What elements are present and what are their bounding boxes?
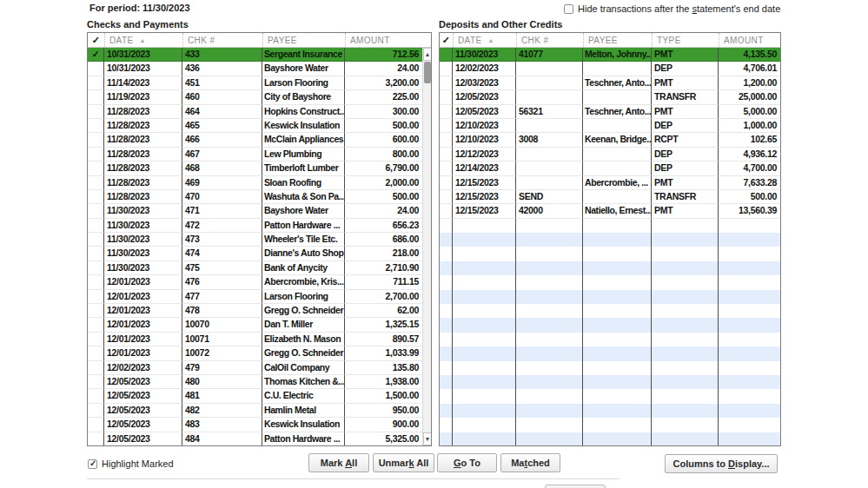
partial-button-bottom[interactable] bbox=[545, 485, 606, 488]
cell-amount: 4,700.00 bbox=[719, 162, 780, 175]
table-row[interactable]: 12/01/202310071Elizabeth N. Mason890.57 bbox=[88, 333, 431, 346]
empty-row bbox=[440, 333, 780, 346]
cell-amount: 1,200.00 bbox=[719, 76, 780, 90]
empty-cell bbox=[652, 432, 719, 446]
cell-chk: 472 bbox=[182, 219, 262, 233]
empty-cell bbox=[652, 346, 719, 360]
table-row[interactable]: 12/15/2023SENDTRANSFR500.00 bbox=[440, 190, 780, 204]
scrollbar-thumb[interactable] bbox=[424, 62, 431, 83]
cell-chk: 475 bbox=[182, 261, 262, 275]
table-row[interactable]: 12/05/2023480Thomas Kitchen &...1,938.00 bbox=[88, 375, 431, 389]
cell-chk bbox=[516, 148, 583, 162]
columns-to-display-button[interactable]: Columns to Display... bbox=[665, 454, 778, 473]
table-row[interactable]: 12/12/2023DEP4,936.12 bbox=[440, 148, 780, 162]
cell-chk: 41077 bbox=[516, 48, 583, 62]
cell-check bbox=[440, 190, 453, 204]
empty-cell bbox=[453, 361, 516, 375]
table-row[interactable]: 11/28/2023468Timberloft Lumber6,790.00 bbox=[88, 162, 431, 175]
hide-transactions-checkbox-box[interactable] bbox=[564, 4, 573, 14]
header-amount[interactable]: AMOUNT bbox=[719, 33, 780, 47]
table-row[interactable]: 11/28/2023466McClain Appliances600.00 bbox=[88, 133, 431, 147]
cell-type: DEP bbox=[652, 119, 719, 133]
header-chk-[interactable]: CHK # bbox=[516, 33, 583, 47]
highlight-marked-checkbox-box[interactable] bbox=[88, 459, 97, 469]
checks-table-header: ✓DATE▲CHK #PAYEEAMOUNT bbox=[88, 33, 431, 48]
header-payee[interactable]: PAYEE bbox=[583, 33, 652, 47]
table-row[interactable]: 11/28/2023464Hopkins Construct...300.00 bbox=[88, 105, 431, 119]
cell-chk: 3008 bbox=[516, 133, 583, 147]
header-check-column[interactable]: ✓ bbox=[440, 33, 453, 47]
header-payee[interactable]: PAYEE bbox=[262, 33, 345, 47]
table-row[interactable]: 11/28/2023465Keswick Insulation500.00 bbox=[88, 119, 431, 133]
table-row[interactable]: 12/05/2023484Patton Hardware ...5,325.00 bbox=[88, 432, 431, 446]
table-row[interactable]: 12/01/2023477Larson Flooring2,700.00 bbox=[88, 290, 431, 304]
header-chk-[interactable]: CHK # bbox=[182, 33, 262, 47]
cell-payee: Patton Hardware ... bbox=[262, 432, 345, 446]
table-row[interactable]: 11/30/2023472Patton Hardware ...656.23 bbox=[88, 219, 431, 233]
empty-cell bbox=[652, 275, 719, 289]
cell-chk: 470 bbox=[182, 190, 262, 204]
table-row[interactable]: 12/15/202342000Natiello, Ernest...PMT13,… bbox=[440, 204, 780, 218]
cell-chk: 433 bbox=[182, 48, 262, 62]
table-row[interactable]: 12/10/2023DEP1,000.00 bbox=[440, 119, 780, 133]
header-type[interactable]: TYPE bbox=[652, 33, 719, 47]
header-date[interactable]: DATE▲ bbox=[104, 33, 182, 47]
period-label: For period: 11/30/2023 bbox=[89, 3, 190, 13]
table-row[interactable]: 12/14/2023DEP4,700.00 bbox=[440, 162, 780, 175]
table-row[interactable]: 12/01/202310072Gregg O. Schneider1,033.9… bbox=[88, 346, 431, 360]
table-row[interactable]: 11/19/2023460City of Bayshore225.00 bbox=[88, 90, 431, 104]
header-check-column[interactable]: ✓ bbox=[88, 33, 104, 47]
table-row[interactable]: 11/30/2023475Bank of Anycity2,710.90 bbox=[88, 261, 431, 275]
checks-scrollbar[interactable]: ▲ ▼ bbox=[422, 48, 431, 445]
cell-date: 12/05/2023 bbox=[453, 105, 516, 119]
empty-cell bbox=[719, 247, 780, 260]
empty-cell bbox=[652, 233, 719, 247]
table-row[interactable]: 11/28/2023469Sloan Roofing2,000.00 bbox=[88, 176, 431, 190]
table-row[interactable]: 12/01/2023478Gregg O. Schneider62.00 bbox=[88, 304, 431, 318]
table-row[interactable]: 11/30/2023473Wheeler's Tile Etc.686.00 bbox=[88, 233, 431, 247]
table-row[interactable]: 11/30/202341077Melton, Johnny...PMT4,135… bbox=[440, 48, 780, 62]
cell-amount: 600.00 bbox=[345, 133, 422, 147]
cell-chk: 469 bbox=[182, 176, 262, 190]
cell-date: 12/10/2023 bbox=[453, 133, 516, 147]
table-row[interactable]: 12/03/2023Teschner, Anto...PMT1,200.00 bbox=[440, 76, 780, 90]
table-row[interactable]: 12/05/2023483Keswick Insulation900.00 bbox=[88, 418, 431, 432]
table-row[interactable]: 11/14/2023451Larson Flooring3,200.00 bbox=[88, 76, 431, 90]
table-row[interactable]: 12/05/2023TRANSFR25,000.00 bbox=[440, 90, 780, 104]
cell-date: 11/30/2023 bbox=[104, 261, 182, 275]
mark-all-button[interactable]: Mark All bbox=[308, 453, 369, 472]
cell-check bbox=[440, 76, 453, 90]
table-row[interactable]: 11/30/2023474Dianne's Auto Shop218.00 bbox=[88, 247, 431, 260]
table-row[interactable]: 12/02/2023479CalOil Company135.80 bbox=[88, 361, 431, 375]
table-row[interactable]: 12/05/2023481C.U. Electric1,500.00 bbox=[88, 389, 431, 403]
table-row[interactable]: 12/01/2023476Abercrombie, Kris...711.15 bbox=[88, 275, 431, 289]
empty-row bbox=[440, 432, 780, 446]
table-row[interactable]: 10/31/2023436Bayshore Water24.00 bbox=[88, 62, 431, 76]
table-row[interactable]: 11/30/2023471Bayshore Water24.00 bbox=[88, 204, 431, 218]
table-row[interactable]: 12/05/2023482Hamlin Metal950.00 bbox=[88, 404, 431, 418]
cell-type: PMT bbox=[652, 48, 719, 62]
hide-transactions-checkbox[interactable]: Hide transactions after the statement's … bbox=[564, 3, 780, 14]
header-amount[interactable]: AMOUNT bbox=[345, 33, 422, 47]
matched-button[interactable]: Matched bbox=[500, 453, 560, 472]
highlight-marked-checkbox[interactable]: Highlight Marked bbox=[88, 458, 174, 469]
cell-amount: 1,000.00 bbox=[719, 119, 780, 133]
scroll-up-icon[interactable]: ▲ bbox=[423, 48, 432, 61]
table-row[interactable]: 12/15/2023Abercrombie, ...PMT7,633.28 bbox=[440, 176, 780, 190]
table-row[interactable]: 11/28/2023470Washuta & Son Pa...500.00 bbox=[88, 190, 431, 204]
scroll-down-icon[interactable]: ▼ bbox=[423, 432, 432, 445]
cell-type: RCPT bbox=[652, 133, 719, 147]
cell-chk: 10072 bbox=[182, 346, 262, 360]
go-to-button[interactable]: Go To bbox=[437, 453, 497, 472]
empty-cell bbox=[583, 261, 652, 275]
header-date[interactable]: DATE▲ bbox=[453, 33, 516, 47]
unmark-all-button[interactable]: Unmark All bbox=[373, 453, 434, 472]
cell-date: 11/28/2023 bbox=[104, 190, 182, 204]
table-row[interactable]: 12/10/20233008Keenan, Bridge...RCPT102.6… bbox=[440, 133, 780, 147]
cell-type: PMT bbox=[652, 176, 719, 190]
table-row[interactable]: ✓10/31/2023433Sergeant Insurance712.56 bbox=[88, 48, 431, 62]
table-row[interactable]: 12/01/202310070Dan T. Miller1,325.15 bbox=[88, 318, 431, 332]
table-row[interactable]: 12/02/2023DEP4,706.01 bbox=[440, 62, 780, 76]
table-row[interactable]: 12/05/202356321Teschner, Anto...PMT5,000… bbox=[440, 105, 780, 119]
table-row[interactable]: 11/28/2023467Lew Plumbing800.00 bbox=[88, 148, 431, 162]
